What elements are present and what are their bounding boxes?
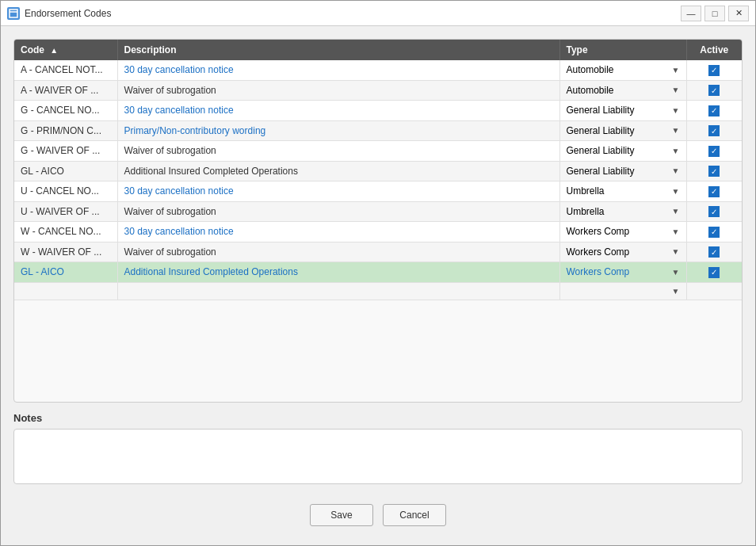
cell-active[interactable]: ✓: [686, 60, 742, 80]
col-header-code[interactable]: Code ▲: [14, 40, 117, 60]
type-value: General Liability: [567, 166, 635, 177]
type-dropdown-icon[interactable]: ▼: [672, 126, 680, 135]
cell-description: Waiver of subrogation: [117, 201, 559, 222]
table-row[interactable]: A - CANCEL NOT...30 day cancellation not…: [14, 60, 742, 80]
cell-description: Waiver of subrogation: [117, 80, 559, 101]
maximize-button[interactable]: □: [704, 6, 725, 21]
type-dropdown-icon[interactable]: ▼: [672, 86, 680, 94]
active-checkbox[interactable]: ✓: [708, 227, 720, 238]
type-value: General Liability: [567, 145, 635, 156]
table-row[interactable]: G - CANCEL NO...30 day cancellation noti…: [14, 101, 742, 121]
table-row[interactable]: ▼: [14, 282, 742, 300]
active-checkbox[interactable]: ✓: [708, 125, 720, 136]
type-value: Umbrella: [567, 206, 605, 217]
table-header-row: Code ▲ Description Type Active: [14, 40, 742, 60]
type-dropdown-icon[interactable]: ▼: [672, 287, 680, 296]
cell-description: 30 day cancellation notice: [117, 101, 559, 121]
endorsement-table-section: Code ▲ Description Type Active A - CANCE…: [13, 39, 743, 403]
cell-active[interactable]: ✓: [686, 161, 742, 181]
cell-active[interactable]: ✓: [686, 101, 742, 121]
notes-textarea[interactable]: [13, 429, 743, 484]
cell-code: A - CANCEL NOT...: [14, 60, 117, 80]
type-dropdown-icon[interactable]: ▼: [672, 166, 680, 175]
type-dropdown-icon[interactable]: ▼: [672, 207, 680, 216]
cell-type: Workers Comp▼: [559, 262, 686, 283]
table-scroll-area[interactable]: Code ▲ Description Type Active A - CANCE…: [14, 40, 742, 402]
cell-type: General Liability▼: [559, 101, 686, 121]
cell-code: U - CANCEL NO...: [14, 181, 117, 202]
type-value: Workers Comp: [567, 226, 630, 237]
type-value: Automobile: [567, 85, 614, 96]
type-value: General Liability: [567, 105, 635, 116]
notes-section: Notes: [13, 412, 743, 487]
cell-type: General Liability▼: [559, 141, 686, 162]
button-bar: Save Cancel: [13, 496, 743, 533]
table-row[interactable]: A - WAIVER OF ...Waiver of subrogationAu…: [14, 80, 742, 101]
table-row[interactable]: W - CANCEL NO...30 day cancellation noti…: [14, 222, 742, 242]
table-row[interactable]: G - PRIM/NON C...Primary/Non-contributor…: [14, 120, 742, 141]
active-checkbox[interactable]: ✓: [708, 246, 720, 258]
cell-code: U - WAIVER OF ...: [14, 201, 117, 222]
active-checkbox[interactable]: ✓: [708, 85, 720, 96]
type-dropdown-icon[interactable]: ▼: [672, 66, 680, 74]
cell-type: General Liability▼: [559, 120, 686, 141]
cell-description: 30 day cancellation notice: [117, 60, 559, 80]
type-dropdown-icon[interactable]: ▼: [672, 147, 680, 155]
type-dropdown-icon[interactable]: ▼: [672, 106, 680, 115]
type-dropdown-icon[interactable]: ▼: [672, 268, 680, 277]
cell-description: 30 day cancellation notice: [117, 222, 559, 242]
table-row[interactable]: G - WAIVER OF ...Waiver of subrogationGe…: [14, 141, 742, 162]
cell-active[interactable]: ✓: [686, 222, 742, 242]
minimize-button[interactable]: —: [681, 6, 701, 21]
notes-label: Notes: [13, 412, 743, 424]
active-checkbox[interactable]: ✓: [708, 146, 720, 157]
cell-active[interactable]: ✓: [686, 141, 742, 162]
save-button[interactable]: Save: [310, 504, 373, 526]
col-header-type[interactable]: Type: [559, 40, 686, 60]
cell-active[interactable]: ✓: [686, 80, 742, 101]
endorsement-codes-window: Endorsement Codes — □ ✕ Code ▲ Descr: [0, 0, 756, 546]
col-header-description[interactable]: Description: [117, 40, 559, 60]
cancel-button[interactable]: Cancel: [383, 504, 446, 526]
cell-description: Additional Insured Completed Operations: [117, 161, 559, 181]
active-checkbox[interactable]: ✓: [708, 166, 720, 177]
type-dropdown-icon[interactable]: ▼: [672, 247, 680, 256]
cell-code: GL - AICO: [14, 161, 117, 181]
cell-code: [14, 282, 117, 300]
active-checkbox[interactable]: ✓: [708, 186, 720, 197]
svg-rect-0: [10, 10, 17, 17]
window-icon: [7, 7, 20, 20]
cell-active[interactable]: ✓: [686, 181, 742, 202]
cell-description: Additional Insured Completed Operations: [117, 262, 559, 283]
active-checkbox[interactable]: ✓: [708, 206, 720, 217]
cell-description: Waiver of subrogation: [117, 242, 559, 262]
sort-arrow-icon: ▲: [50, 46, 58, 55]
table-row[interactable]: GL - AICOAdditional Insured Completed Op…: [14, 262, 742, 283]
cell-type: Automobile▼: [559, 80, 686, 101]
type-dropdown-icon[interactable]: ▼: [672, 187, 680, 196]
cell-active[interactable]: ✓: [686, 120, 742, 141]
cell-active[interactable]: [686, 282, 742, 300]
col-header-active[interactable]: Active: [686, 40, 742, 60]
table-body: A - CANCEL NOT...30 day cancellation not…: [14, 60, 742, 300]
cell-active[interactable]: ✓: [686, 242, 742, 262]
cell-type: General Liability▼: [559, 161, 686, 181]
cell-active[interactable]: ✓: [686, 201, 742, 222]
table-row[interactable]: W - WAIVER OF ...Waiver of subrogationWo…: [14, 242, 742, 262]
active-checkbox[interactable]: ✓: [708, 267, 720, 278]
title-bar: Endorsement Codes — □ ✕: [1, 1, 755, 26]
table-row[interactable]: U - CANCEL NO...30 day cancellation noti…: [14, 181, 742, 202]
endorsement-table: Code ▲ Description Type Active A - CANCE…: [14, 40, 742, 300]
cell-active[interactable]: ✓: [686, 262, 742, 283]
table-row[interactable]: GL - AICOAdditional Insured Completed Op…: [14, 161, 742, 181]
close-button[interactable]: ✕: [728, 6, 749, 21]
table-row[interactable]: U - WAIVER OF ...Waiver of subrogationUm…: [14, 201, 742, 222]
type-dropdown-icon[interactable]: ▼: [672, 227, 680, 236]
active-checkbox[interactable]: ✓: [708, 105, 720, 116]
cell-type: ▼: [559, 282, 686, 300]
cell-type: Umbrella▼: [559, 201, 686, 222]
type-value: General Liability: [567, 125, 635, 136]
active-checkbox[interactable]: ✓: [708, 65, 720, 76]
cell-code: W - CANCEL NO...: [14, 222, 117, 242]
cell-description: Waiver of subrogation: [117, 141, 559, 162]
